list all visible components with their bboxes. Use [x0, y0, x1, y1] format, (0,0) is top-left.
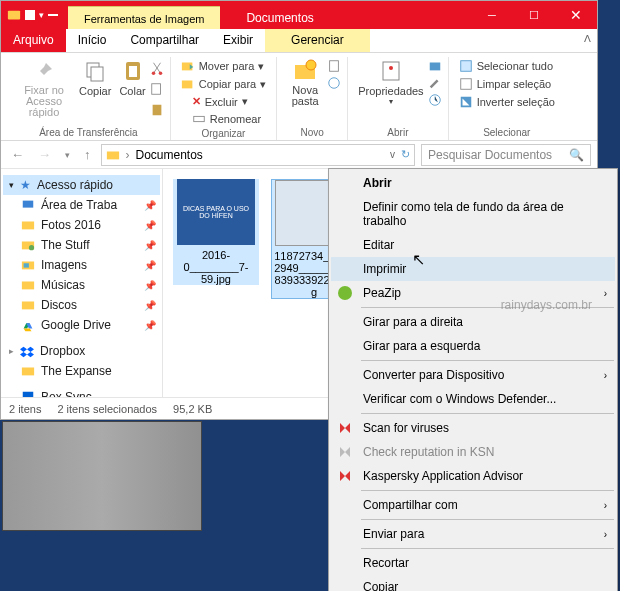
refresh-icon[interactable]: ↻ [401, 148, 410, 161]
address-path[interactable]: › Documentos v ↻ [101, 144, 416, 166]
pictures-icon [21, 258, 35, 272]
cm-defender[interactable]: Verificar com o Windows Defender... [331, 387, 615, 411]
properties-button[interactable]: Propriedades▾ [354, 57, 427, 108]
nav-the-expanse[interactable]: The Expanse [3, 361, 160, 381]
nav-google-drive[interactable]: Google Drive📌 [3, 315, 160, 335]
qat-dropdown-icon[interactable]: ▾ [39, 10, 44, 20]
rename-icon [192, 112, 206, 126]
minimize-button[interactable]: ─ [471, 1, 513, 29]
copy-icon [83, 59, 107, 83]
taskbar-preview[interactable] [2, 421, 202, 531]
ribbon-tabs: Arquivo Início Compartilhar Exibir Geren… [1, 29, 597, 53]
tab-share[interactable]: Compartilhar [118, 29, 211, 52]
nav-musicas[interactable]: Músicas📌 [3, 275, 160, 295]
tab-file[interactable]: Arquivo [1, 29, 66, 52]
nav-desktop[interactable]: Área de Traba📌 [3, 195, 160, 215]
recent-dropdown[interactable]: ▾ [61, 150, 74, 160]
titlebar: ▾ Ferramentas de Imagem Documentos ─ ☐ ✕ [1, 1, 597, 29]
tab-manage[interactable]: Gerenciar [265, 29, 370, 52]
cut-icon[interactable] [150, 61, 164, 75]
breadcrumb-item[interactable]: Documentos [136, 148, 203, 162]
search-input[interactable]: Pesquisar Documentos 🔍 [421, 144, 591, 166]
nav-discos[interactable]: Discos📌 [3, 295, 160, 315]
delete-icon: ✕ [192, 95, 201, 108]
history-icon[interactable] [428, 93, 442, 107]
select-none-button[interactable]: Limpar seleção [455, 75, 559, 93]
qat-button[interactable] [25, 10, 35, 20]
pin-quickaccess-button[interactable]: Fixar no Acesso rápido [13, 57, 75, 120]
separator [361, 519, 614, 520]
cm-share-with[interactable]: Compartilhar com› [331, 493, 615, 517]
qat-separator [48, 14, 58, 16]
cm-edit[interactable]: Editar [331, 233, 615, 257]
back-button[interactable]: ← [7, 147, 28, 162]
invert-selection-button[interactable]: Inverter seleção [455, 93, 559, 111]
open-icon[interactable] [428, 59, 442, 73]
svg-rect-16 [383, 62, 399, 80]
pin-icon: 📌 [144, 280, 156, 291]
nav-box-sync[interactable]: Box Sync [3, 387, 160, 397]
folder-icon [21, 218, 35, 232]
cm-rotate-left[interactable]: Girar para a esquerda [331, 334, 615, 358]
navigation-pane[interactable]: ▾★Acesso rápido Área de Traba📌 Fotos 201… [1, 169, 163, 397]
pin-icon: 📌 [144, 200, 156, 211]
nav-the-stuff[interactable]: The Stuff📌 [3, 235, 160, 255]
search-icon: 🔍 [569, 148, 584, 162]
edit-icon[interactable] [428, 76, 442, 90]
copy-path-icon[interactable] [150, 82, 164, 96]
svg-point-13 [306, 60, 316, 70]
nav-imagens[interactable]: Imagens📌 [3, 255, 160, 275]
pin-icon: 📌 [144, 300, 156, 311]
properties-icon [379, 59, 403, 83]
rename-button[interactable]: Renomear [188, 110, 265, 128]
cm-kaspersky-advisor[interactable]: Kaspersky Application Advisor [331, 464, 615, 488]
cm-cut[interactable]: Recortar [331, 551, 615, 575]
select-all-button[interactable]: Selecionar tudo [455, 57, 559, 75]
ribbon-group-open: Propriedades▾ Abrir [348, 57, 448, 140]
svg-rect-29 [22, 282, 34, 290]
maximize-button[interactable]: ☐ [513, 1, 555, 29]
move-to-button[interactable]: Mover para ▾ [177, 57, 270, 75]
svg-rect-30 [22, 302, 34, 310]
cm-ksn[interactable]: Check reputation in KSN [331, 440, 615, 464]
cm-open[interactable]: Abrir [331, 171, 615, 195]
cm-set-wallpaper[interactable]: Definir como tela de fundo da área de tr… [331, 195, 615, 233]
tab-home[interactable]: Início [66, 29, 119, 52]
nav-fotos-2016[interactable]: Fotos 2016📌 [3, 215, 160, 235]
cm-rotate-right[interactable]: Girar para a direita [331, 310, 615, 334]
moveto-icon [181, 59, 195, 73]
nav-dropbox[interactable]: ▸Dropbox [3, 341, 160, 361]
easy-access-icon[interactable] [327, 76, 341, 90]
file-item[interactable]: DICAS PARA O USO DO HÍFEN 2016-0________… [173, 179, 259, 285]
paste-shortcut-icon[interactable] [150, 103, 164, 117]
copy-to-button[interactable]: Copiar para ▾ [177, 75, 270, 93]
paste-button[interactable]: Colar [115, 57, 149, 120]
nav-quick-access[interactable]: ▾★Acesso rápido [3, 175, 160, 195]
new-item-icon[interactable] [327, 59, 341, 73]
svg-rect-22 [106, 151, 118, 159]
cm-print[interactable]: Imprimir [331, 257, 615, 281]
cm-copy[interactable]: Copiar [331, 575, 615, 591]
cm-send-to[interactable]: Enviar para› [331, 522, 615, 546]
ribbon-collapse-icon[interactable]: ᐱ [584, 33, 591, 44]
kaspersky-icon [337, 468, 353, 484]
svg-rect-11 [194, 116, 205, 121]
svg-rect-20 [460, 61, 471, 72]
close-button[interactable]: ✕ [555, 1, 597, 29]
thumbnail: DICAS PARA O USO DO HÍFEN [177, 179, 255, 245]
box-icon [21, 390, 35, 397]
tab-view[interactable]: Exibir [211, 29, 265, 52]
folder-icon [21, 364, 35, 378]
cm-scan-viruses[interactable]: Scan for viruses [331, 416, 615, 440]
up-button[interactable]: ↑ [80, 147, 95, 162]
copy-button[interactable]: Copiar [75, 57, 115, 120]
paste-icon [121, 59, 145, 83]
cm-convert[interactable]: Converter para Dispositivo› [331, 363, 615, 387]
forward-button[interactable]: → [34, 147, 55, 162]
delete-button[interactable]: ✕Excluir ▾ [188, 93, 265, 110]
folder-icon [21, 298, 35, 312]
svg-point-17 [389, 66, 393, 70]
pin-icon: 📌 [144, 260, 156, 271]
new-folder-button[interactable]: Nova pasta [283, 57, 327, 109]
contextual-tab-image-tools[interactable]: Ferramentas de Imagem [68, 6, 220, 29]
